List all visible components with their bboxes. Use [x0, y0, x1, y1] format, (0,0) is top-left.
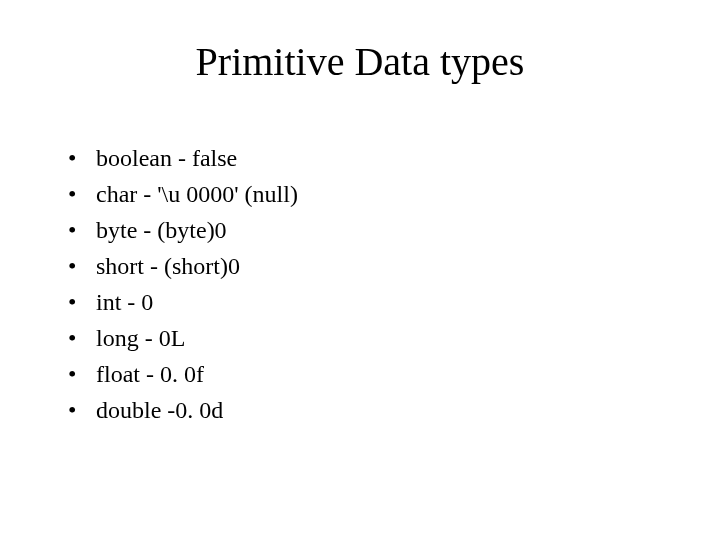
list-item-text: long - 0L [96, 320, 185, 356]
list-item: • float - 0. 0f [68, 356, 298, 392]
bullet-icon: • [68, 140, 96, 176]
list-item: • double -0. 0d [68, 392, 298, 428]
bullet-icon: • [68, 248, 96, 284]
list-item-text: float - 0. 0f [96, 356, 204, 392]
bullet-icon: • [68, 320, 96, 356]
list-item-text: boolean - false [96, 140, 237, 176]
list-item-text: int - 0 [96, 284, 153, 320]
bullet-icon: • [68, 212, 96, 248]
list-item: • int - 0 [68, 284, 298, 320]
list-item: • boolean - false [68, 140, 298, 176]
bullet-icon: • [68, 176, 96, 212]
list-item-text: short - (short)0 [96, 248, 240, 284]
bullet-icon: • [68, 356, 96, 392]
bullet-icon: • [68, 392, 96, 428]
slide-title: Primitive Data types [0, 38, 720, 85]
list-item-text: double -0. 0d [96, 392, 223, 428]
bullet-icon: • [68, 284, 96, 320]
list-item: • short - (short)0 [68, 248, 298, 284]
list-item: • byte - (byte)0 [68, 212, 298, 248]
slide: Primitive Data types • boolean - false •… [0, 0, 720, 540]
bullet-list: • boolean - false • char - '\u 0000' (nu… [68, 140, 298, 428]
list-item: • char - '\u 0000' (null) [68, 176, 298, 212]
list-item-text: char - '\u 0000' (null) [96, 176, 298, 212]
list-item: • long - 0L [68, 320, 298, 356]
list-item-text: byte - (byte)0 [96, 212, 227, 248]
